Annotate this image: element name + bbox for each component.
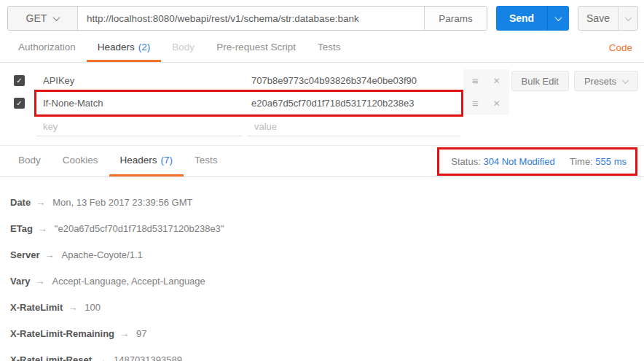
header-value-cell[interactable]: 707b8e9773c04b93826b374e0be03f90 bbox=[245, 69, 461, 92]
time-label: Time: bbox=[570, 156, 593, 167]
status-pair: Status: 304 Not Modified bbox=[451, 156, 554, 167]
status-label: Status: bbox=[451, 156, 480, 167]
response-tabs: Body Cookies Headers (7) Tests Status: 3… bbox=[0, 145, 644, 177]
header-key-cell[interactable]: APIKey bbox=[36, 69, 245, 92]
send-options-button[interactable] bbox=[547, 6, 569, 31]
arrow-icon: → bbox=[68, 302, 77, 313]
arrow-icon: → bbox=[44, 249, 54, 260]
tab-headers[interactable]: Headers (2) bbox=[87, 34, 162, 62]
header-enabled-checkbox[interactable]: ✓ bbox=[14, 98, 25, 109]
tab-label: Cookies bbox=[63, 155, 98, 166]
header-value-cell[interactable]: e20a67d5cf70d1f718d5317120b238e3 bbox=[245, 92, 461, 114]
response-header-key: Vary bbox=[10, 276, 30, 287]
response-header-key: X-RateLimit bbox=[10, 302, 63, 313]
response-header-key: Server bbox=[10, 249, 39, 260]
header-row: ✓ If-None-Match e20a67d5cf70d1f718d53171… bbox=[0, 92, 644, 114]
params-label: Params bbox=[439, 13, 473, 24]
response-header-value: 97 bbox=[136, 328, 146, 339]
header-cells: If-None-Match e20a67d5cf70d1f718d5317120… bbox=[36, 92, 461, 114]
request-tabs: Authorization Headers (2) Body Pre-reque… bbox=[0, 34, 644, 63]
chevron-down-icon bbox=[624, 14, 632, 21]
delete-row-icon[interactable]: ✕ bbox=[493, 99, 500, 108]
code-link[interactable]: Code bbox=[609, 42, 637, 53]
postman-app: GET Params Send Save Authorization Heade… bbox=[0, 0, 644, 361]
arrow-icon: → bbox=[35, 276, 44, 287]
tab-label: Headers bbox=[120, 155, 157, 166]
presets-label: Presets bbox=[584, 76, 616, 87]
header-cells: APIKey 707b8e9773c04b93826b374e0be03f90 bbox=[36, 69, 461, 92]
response-headers-list: Date → Mon, 13 Feb 2017 23:39:56 GMT ETa… bbox=[0, 177, 644, 361]
tab-label: Headers bbox=[98, 42, 135, 53]
chevron-down-icon bbox=[555, 14, 562, 21]
arrow-icon: → bbox=[97, 354, 106, 361]
method-dropdown[interactable]: GET bbox=[8, 7, 78, 30]
tab-count: (7) bbox=[161, 155, 173, 166]
response-tab-body[interactable]: Body bbox=[7, 146, 52, 176]
arrow-icon: → bbox=[38, 223, 47, 234]
send-split-button: Send bbox=[496, 6, 569, 31]
save-button[interactable]: Save bbox=[578, 7, 618, 30]
response-tab-headers[interactable]: Headers (7) bbox=[109, 146, 184, 176]
bulk-edit-label: Bulk Edit bbox=[522, 76, 559, 87]
tab-label: Tests bbox=[195, 155, 218, 166]
tab-label: Pre-request Script bbox=[216, 42, 296, 53]
response-header-value: Apache-Coyote/1.1 bbox=[61, 249, 142, 260]
response-header-row: X-RateLimit → 100 bbox=[0, 294, 644, 320]
arrow-icon: → bbox=[36, 197, 45, 208]
arrow-icon: → bbox=[119, 328, 129, 339]
response-header-key: ETag bbox=[10, 223, 33, 234]
header-enabled-checkbox[interactable]: ✓ bbox=[14, 75, 25, 86]
response-status-box: Status: 304 Not Modified Time: 555 ms bbox=[439, 150, 635, 174]
tab-label: Body bbox=[172, 42, 195, 53]
response-header-value: "e20a67d5cf70d1f718d5317120b238e3" bbox=[55, 223, 224, 234]
tab-label: Authorization bbox=[18, 42, 76, 53]
bulk-edit-button[interactable]: Bulk Edit bbox=[511, 71, 569, 91]
tab-tests[interactable]: Tests bbox=[307, 34, 352, 62]
response-header-key: Date bbox=[10, 197, 31, 208]
response-header-row: X-RateLimit-Remaining → 97 bbox=[0, 320, 644, 346]
method-label: GET bbox=[26, 12, 47, 24]
response-tab-cookies[interactable]: Cookies bbox=[52, 146, 109, 176]
drag-handle-icon[interactable]: ≡ bbox=[472, 75, 479, 86]
tab-label: Body bbox=[18, 155, 41, 166]
time-pair: Time: 555 ms bbox=[570, 156, 627, 167]
new-header-row bbox=[0, 115, 644, 138]
response-header-key: X-RateLimit-Reset bbox=[10, 354, 92, 361]
response-header-value: 100 bbox=[85, 302, 101, 313]
request-bar: GET Params Send Save bbox=[7, 6, 638, 31]
response-header-row: Vary → Accept-Language, Accept-Language bbox=[0, 268, 644, 294]
tab-count: (2) bbox=[138, 42, 151, 53]
tab-pre-request-script[interactable]: Pre-request Script bbox=[205, 34, 307, 62]
tab-authorization[interactable]: Authorization bbox=[7, 34, 87, 62]
response-header-value: 1487031393589 bbox=[114, 354, 182, 361]
url-group: GET Params bbox=[7, 6, 487, 31]
response-header-value: Mon, 13 Feb 2017 23:39:56 GMT bbox=[52, 197, 192, 208]
header-key-cell[interactable]: If-None-Match bbox=[36, 92, 245, 114]
tab-body[interactable]: Body bbox=[161, 34, 205, 62]
response-tab-tests[interactable]: Tests bbox=[184, 146, 229, 176]
presets-button[interactable]: Presets bbox=[574, 71, 638, 91]
status-value: 304 Not Modified bbox=[483, 156, 554, 167]
new-key-input[interactable] bbox=[36, 117, 242, 136]
tab-label: Tests bbox=[318, 42, 341, 53]
params-button[interactable]: Params bbox=[424, 7, 487, 30]
response-header-value: Accept-Language, Accept-Language bbox=[52, 276, 205, 287]
response-header-key: X-RateLimit-Remaining bbox=[10, 328, 114, 339]
chevron-down-icon bbox=[53, 14, 60, 21]
editor-buttons: Bulk Edit Presets bbox=[511, 71, 638, 91]
save-options-button[interactable] bbox=[618, 7, 637, 30]
save-split-button: Save bbox=[578, 6, 638, 31]
response-header-row: Server → Apache-Coyote/1.1 bbox=[0, 241, 644, 268]
chevron-down-icon bbox=[622, 77, 629, 84]
response-header-row: Date → Mon, 13 Feb 2017 23:39:56 GMT bbox=[0, 189, 644, 215]
send-button[interactable]: Send bbox=[496, 6, 547, 31]
new-value-input[interactable] bbox=[248, 117, 460, 136]
url-input[interactable] bbox=[78, 7, 424, 30]
drag-handle-icon[interactable]: ≡ bbox=[472, 98, 479, 109]
response-header-row: X-RateLimit-Reset → 1487031393589 bbox=[0, 346, 644, 361]
row-actions: ≡ ✕ bbox=[463, 92, 509, 114]
delete-row-icon[interactable]: ✕ bbox=[493, 77, 500, 85]
row-actions: ≡ ✕ bbox=[463, 69, 509, 92]
header-editor: Bulk Edit Presets ✓ APIKey 707b8e9773c04… bbox=[0, 63, 644, 138]
response-header-row: ETag → "e20a67d5cf70d1f718d5317120b238e3… bbox=[0, 215, 644, 241]
